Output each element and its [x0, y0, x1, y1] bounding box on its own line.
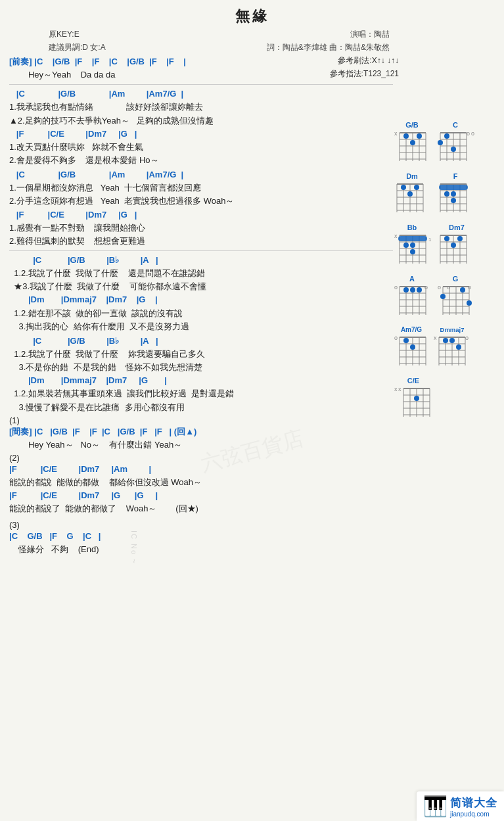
chorus2-chords: |C |G/B |B♭ |A |: [9, 335, 393, 348]
svg-point-156: [414, 396, 419, 401]
chord-dm7: Dm7: [436, 223, 477, 268]
chord-dm-diagram: [393, 181, 431, 215]
bridge-chords2: |F |C/E |Dm7 |G |G |: [9, 489, 393, 502]
chorus1-lyrics1: 1.2.我說了什麼 我做了什麼 還是問題不在誰認錯: [9, 267, 393, 280]
svg-point-98: [410, 287, 415, 293]
chorus1-chords: |C |G/B |B♭ |A |: [9, 254, 393, 267]
svg-text:o: o: [394, 335, 398, 341]
svg-point-69: [410, 243, 415, 248]
ref-info: 參考刷法:X↑↓ ↓↑↓ 參考指法:T123_121: [330, 54, 399, 81]
lyricist: 詞：陶喆&李煒雄 曲：陶喆&朱敬然: [267, 41, 390, 54]
bridge-chords1: |F |C/E |Dm7 |Am |: [9, 463, 393, 476]
logo-sub: jianpudq.com: [450, 810, 497, 818]
svg-point-141: [443, 338, 448, 343]
svg-point-53: [444, 191, 449, 197]
chorus2-lyrics4: 3.慢慢了解愛不是在比誰痛 多用心都沒有用: [9, 401, 393, 414]
verse1b-chords: |C |G/B |Am |Am7/G |: [9, 168, 393, 181]
chord-f-diagram: [436, 181, 474, 215]
section-bridge: |F |C/E |Dm7 |Am | 能說的都說 能做的都做 都給你但沒改過 W…: [9, 463, 393, 516]
svg-text:x: x: [398, 386, 401, 392]
suggest-key: 建議男調:D 女:A: [49, 41, 106, 54]
interlude-lyrics: Hey Yeah～ No～ 有什麼出錯 Yeah～: [9, 438, 393, 452]
chord-c-label: C: [436, 121, 474, 129]
chord-bb-label: Bb: [393, 223, 431, 231]
chord-g-label: G: [436, 275, 474, 283]
chord-am7g-label: Am7/G: [393, 326, 430, 333]
svg-text:o: o: [438, 284, 441, 291]
svg-point-83: [457, 236, 463, 241]
section-chorus1: |C |G/B |B♭ |A | 1.2.我說了什麼 我做了什麼 還是問題不在誰…: [9, 254, 393, 333]
svg-point-114: [460, 287, 465, 293]
logo-main: 简谱大全: [450, 795, 497, 810]
svg-text:x: x: [394, 386, 398, 392]
chord-gb-label: G/B: [393, 121, 431, 129]
chord-bb: Bb x: [393, 223, 431, 268]
chord-dmmaj7-diagram: x o: [432, 334, 472, 368]
chorus2-lyrics2: 3.不是你的錯 不是我的錯 怪妳不如我先想清楚: [9, 361, 393, 374]
divider2: [9, 250, 393, 251]
svg-point-13: [417, 133, 422, 139]
svg-text:x: x: [394, 130, 398, 137]
header-meta: 原KEY:E 建議男調:D 女:A 演唱：陶喆 詞：陶喆&李煒雄 曲：陶喆&朱敬…: [9, 28, 495, 51]
svg-point-99: [417, 287, 422, 293]
svg-text:x: x: [434, 335, 437, 341]
page: 無緣 原KEY:E 建議男調:D 女:A 演唱：陶喆 詞：陶喆&李煒雄 曲：陶喆…: [0, 0, 504, 821]
svg-point-68: [403, 243, 409, 248]
svg-point-28: [451, 147, 456, 152]
chorus2-lyrics1: 1.2.我說了什麼 我做了什麼 妳我還要騙自己多久: [9, 348, 393, 361]
svg-text:o: o: [471, 130, 474, 137]
strum-ref: 參考刷法:X↑↓ ↓↑↓: [330, 54, 399, 67]
chord-ce-label: C/E: [393, 377, 434, 385]
chord-dmmaj7: Dmmaj7 x o: [432, 326, 472, 370]
section-chorus2: |C |G/B |B♭ |A | 1.2.我說了什麼 我做了什麼 妳我還要騙自己…: [9, 335, 393, 414]
chord-row-2: Dm: [393, 172, 495, 217]
verse1a-lyrics3: 1.改天買點什麼哄妳 妳就不會生氣: [9, 141, 393, 154]
verse1b-lyrics1: 1.一個星期都沒妳消息 Yeah 十七個留言都沒回應: [9, 181, 393, 195]
chord-am7g-diagram: o: [393, 334, 430, 368]
section-interlude: [間奏] |C |G/B |F |F |C |G/B |F |F | (回▲) …: [9, 425, 393, 452]
svg-text:o: o: [465, 335, 469, 341]
section-verse1b: |C |G/B |Am |Am7/G | 1.一個星期都沒妳消息 Yeah 十七…: [9, 168, 393, 248]
verse1b-lyrics4: 2.難得但諷刺的默契 想想會更難過: [9, 235, 393, 248]
chord-f: F: [436, 172, 474, 217]
svg-point-142: [449, 338, 455, 343]
outro-lyrics: 怪緣分 不夠 (End): [9, 543, 393, 556]
marker1: (1): [9, 415, 393, 425]
chord-dmmaj7-label: Dmmaj7: [432, 326, 472, 333]
chord-dm7-diagram: [436, 232, 477, 266]
chord-row-6: C/E x x: [393, 377, 495, 421]
svg-rect-52: [439, 185, 468, 190]
svg-point-113: [440, 294, 446, 299]
song-title: 無緣: [9, 7, 495, 26]
chord-gb: G/B x: [393, 121, 431, 166]
bridge-lyrics1: 能說的都說 能做的都做 都給你但沒改過 Woah～: [9, 476, 393, 489]
performer-info: 演唱：陶喆 詞：陶喆&李煒雄 曲：陶喆&朱敬然: [267, 28, 390, 55]
svg-point-41: [414, 185, 419, 190]
svg-point-11: [403, 133, 409, 139]
svg-text:o: o: [394, 284, 398, 291]
chorus1-chords2: |Dm |Dmmaj7 |Dm7 |G |: [9, 293, 393, 306]
svg-text:x: x: [394, 233, 398, 239]
piano-icon: 🎹: [423, 795, 447, 818]
svg-point-26: [438, 140, 443, 145]
chord-g: G o o o: [436, 275, 474, 319]
verse1b-lyrics2: 2.分手這念頭妳有想過 Yeah 老實說我也想過很多 Woah～: [9, 195, 393, 208]
logo-text-block: 简谱大全 jianpudq.com: [450, 795, 497, 818]
chorus1-lyrics3: 1.2.錯在那不該 做的卻一直做 該說的沒有說: [9, 307, 393, 320]
content-area: 參考刷法:X↑↓ ↓↑↓ 參考指法:T123_121 [前奏] |C |G/B …: [9, 55, 495, 557]
verse1a-chords: |C |G/B |Am |Am7/G |: [9, 87, 393, 101]
interlude-chords: [間奏] |C |G/B |F |F |C |G/B |F |F | (回▲): [9, 425, 393, 438]
svg-point-55: [451, 198, 456, 203]
lyrics-area: 參考刷法:X↑↓ ↓↑↓ 參考指法:T123_121 [前奏] |C |G/B …: [9, 55, 393, 557]
svg-point-127: [403, 338, 409, 343]
chord-a: A o o: [393, 275, 431, 319]
marker2: (2): [9, 453, 393, 463]
verse1b-lyrics3: 1.感覺有一點不對勁 讓我開始擔心: [9, 222, 393, 235]
chord-dm-label: Dm: [393, 172, 431, 180]
svg-point-97: [403, 287, 409, 293]
chords-panel: G/B x: [393, 55, 495, 557]
key-info: 原KEY:E 建議男調:D 女:A: [49, 28, 106, 55]
svg-point-12: [410, 140, 415, 145]
verse1b-chords2: |F |C/E |Dm7 |G |: [9, 208, 393, 222]
chord-ce-diagram: x x: [393, 385, 434, 419]
